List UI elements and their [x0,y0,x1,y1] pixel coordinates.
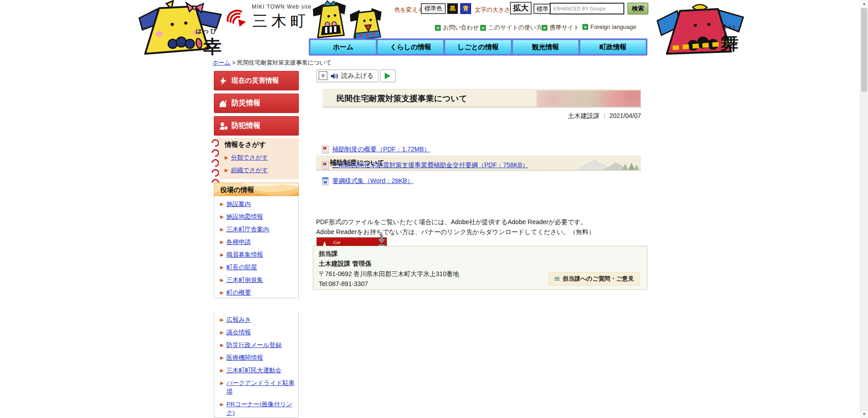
breadcrumb-home-link[interactable]: ホーム [212,59,231,66]
sidebar-link-town-overview[interactable]: 町の概要 [226,288,251,297]
bullet-icon: ▶ [220,276,224,284]
bullet-icon: ▶ [220,400,224,409]
list-item: ▶ 組織でさがす [225,166,299,174]
quick-link-label: 携帯サイト [550,23,580,32]
list-item: ▶ パークアンドライド駐車場 [220,379,296,396]
mascot-mai-name-kanji: 舞 [721,31,739,56]
bullet-icon: ▶ [220,200,224,208]
nav-tab-government[interactable]: 町政情報 [580,40,646,54]
alert-button-label: 現在の災害情報 [231,76,279,85]
mascot-small-crown-illustration [312,0,349,44]
bullet-icon: ▶ [225,166,228,174]
sidebar-bousai-button[interactable]: 防災情報 [214,94,299,113]
sidebar-link-applications[interactable]: 各種申請 [226,238,251,246]
sidebar-link-park-and-ride[interactable]: パークアンドライド駐車場 [226,379,296,396]
town-logo-mark[interactable] [225,7,248,32]
color-black-button[interactable]: 黒 [447,3,458,14]
scroll-down-icon[interactable]: ▼ [860,410,868,418]
scrollbar-thumb[interactable] [861,8,867,92]
scroll-up-icon[interactable]: ▲ [860,0,868,8]
breadcrumb: ホーム > 民間住宅耐震対策支援事業について [212,59,332,67]
office-section-header: 役場の情報 [214,183,299,196]
bullet-icon: ▶ [220,328,224,337]
list-item: ▶ 広報みき [220,315,296,324]
sidebar-link-regulations[interactable]: 三木町例規集 [226,276,263,284]
bullet-icon: ▶ [220,212,224,221]
site-name[interactable]: 三木町 [252,11,309,32]
envelope-icon: ✉ [554,275,560,282]
sidebar-link-recruitment[interactable]: 職員募集情報 [226,250,263,259]
tts-read-button[interactable]: ≡ 読み上げる [316,70,378,82]
pdf-link-overview[interactable]: 補助制度の概要（PDF：1.72MB） [332,146,430,154]
fontsize-large-button[interactable]: 拡大 [510,2,532,14]
quick-link-label: このサイトの使い方 [488,23,542,32]
pdf-note-line2: Adobe Readerをお持ちでない方は、バナーのリンク先からダウンロードして… [316,227,595,237]
tts-play-button[interactable] [380,70,396,82]
quick-link-label: お問い合わせ [443,23,479,32]
sidebar-link-find-by-category[interactable]: 分類でさがす [231,153,268,162]
house-fire-icon [219,99,228,108]
document-row: 要綱様式集（Word：28KB） [322,177,413,185]
chevron-icon: » [582,24,588,30]
sidebar-link-medical-info[interactable]: 医療機関情報 [226,353,263,362]
sidebar-link-facility-map[interactable]: 施設地図情報 [226,212,263,221]
menu-icon[interactable]: ≡ [319,71,327,80]
quick-link-mobile[interactable]: » 携帯サイト [542,23,580,32]
nav-tab-home[interactable]: ホーム [310,40,376,54]
pdf-file-icon [322,161,329,169]
alert-button-label: 防災情報 [231,99,260,108]
fontsize-standard-button[interactable]: 標準 [533,4,552,14]
sidebar-link-mayor-room[interactable]: 町長の部屋 [226,263,257,272]
bullet-icon: ▶ [220,238,224,246]
sidebar-link-disaster-mail[interactable]: 防災行政メール登録 [226,341,282,349]
pdf-link-grant-guidelines[interactable]: 三木町民間住宅耐震対策支援事業費補助金交付要綱（PDF：758KB） [332,161,528,169]
bullet-icon: ▶ [225,153,228,162]
list-item: ▶ PRコーナー(画像付リンク) [220,400,296,417]
chevron-icon: » [542,25,547,31]
quick-link-contact[interactable]: » お問い合わせ [435,23,479,32]
bullet-icon: ▶ [220,263,224,272]
page-title: 民間住宅耐震対策支援事業について [336,89,467,108]
contact-address: 〒761-0692 香川県木田郡三木町大字氷上310番地 [319,270,459,278]
speaker-icon [330,73,338,80]
adobe-get-label: Get [333,240,340,245]
contact-inquiry-button[interactable]: ✉ 担当課へのご質問・ご意見 [548,272,640,286]
list-item: ▶ 施設案内 [220,200,296,208]
list-item: ▶ 職員募集情報 [220,250,296,259]
sidebar-link-find-by-org[interactable]: 組織でさがす [231,166,268,174]
sidebar-bouhan-button[interactable]: 防犯情報 [214,116,299,136]
list-item: ▶ 防災行政メール登録 [220,341,296,349]
miki-town-webpage: はっぴ 幸 MIKI TOWN Web site 三木町 [0,0,868,418]
sidebar-link-facilities[interactable]: 施設案内 [226,200,251,208]
office-links-box: ▶ 施設案内 ▶ 施設地図情報 ▶ 三木町庁舎案内 ▶ 各種申請 ▶ 職員募集情… [214,196,299,298]
site-search-input[interactable] [550,3,624,14]
quick-link-foreign[interactable]: » Foreign language [582,23,636,30]
guard-shield-icon [219,122,228,131]
tts-toolbar: ≡ 読み上げる [316,70,396,82]
sidebar-link-townhall-guide[interactable]: 三木町庁舎案内 [226,225,269,234]
fontsize-label: 文字の大きさ [475,6,510,14]
play-icon [385,73,391,79]
global-nav: ホーム くらしの情報 しごとの情報 観光情報 町政情報 [309,38,647,56]
sidebar-disaster-now-button[interactable]: 現在の災害情報 [214,71,299,90]
nav-tab-living[interactable]: くらしの情報 [377,40,443,54]
nav-tab-work[interactable]: しごとの情報 [445,40,511,54]
bullet-icon: ▶ [220,288,224,297]
sidebar-link-sports-day[interactable]: 三木町町民大運動会 [226,366,282,375]
sidebar-link-assembly-info[interactable]: 議会情報 [226,328,251,337]
color-blue-button[interactable]: 青 [460,3,471,14]
word-link-forms[interactable]: 要綱様式集（Word：28KB） [332,177,413,185]
quick-link-howto[interactable]: » このサイトの使い方 [480,23,542,32]
bullet-icon: ▶ [220,366,224,375]
nav-tab-tourism[interactable]: 観光情報 [513,40,579,54]
find-section-title: 情報をさがす [225,141,299,149]
sidebar-link-kouhou-miki[interactable]: 広報みき [226,315,251,324]
bullet-icon: ▶ [220,379,224,387]
list-item: ▶ 議会情報 [220,328,296,337]
sidebar-link-pr-corner[interactable]: PRコーナー(画像付リンク) [226,400,296,417]
color-default-button[interactable]: 標準色 [421,3,446,14]
list-item: ▶ 三木町例規集 [220,276,296,284]
list-item: ▶ 町の概要 [220,288,296,297]
pdf-note-line1: PDF形式のファイルをご覧いただく場合には、Adobe社が提供するAdobe R… [316,217,587,227]
search-button[interactable]: 検索 [627,3,648,14]
